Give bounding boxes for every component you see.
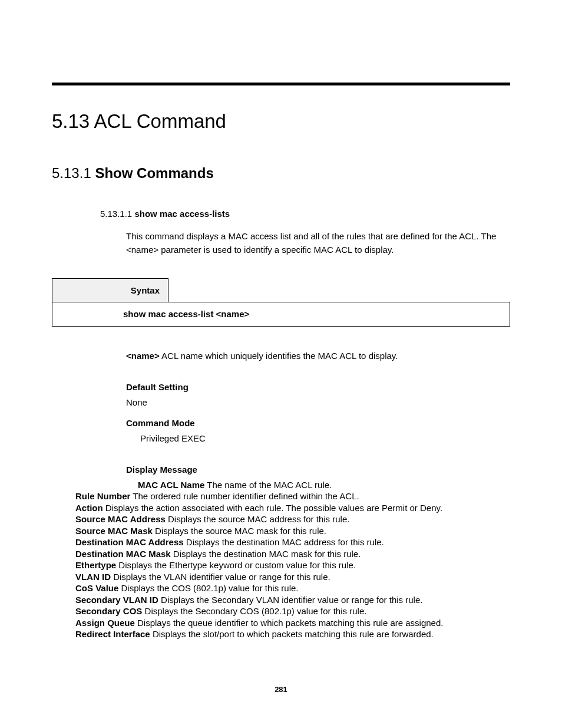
heading-command: 5.13.1.1 show mac access-lists: [100, 208, 510, 220]
command-mode-label: Command Mode: [126, 417, 510, 429]
msg-line: Redirect Interface Displays the slot/por…: [75, 628, 510, 640]
heading-main: 5.13 ACL Command: [52, 109, 510, 134]
heading-section: 5.13.1 Show Commands: [52, 164, 510, 182]
msg-term: Destination MAC Address: [75, 537, 184, 547]
msg-text: Displays the source MAC address for this…: [166, 514, 350, 524]
command-description: This command displays a MAC access list …: [126, 230, 510, 256]
heading-section-text: Show Commands: [95, 165, 213, 181]
msg-text: The name of the MAC ACL rule.: [204, 480, 332, 490]
msg-term: Destination MAC Mask: [75, 549, 171, 559]
msg-text: Displays the slot/port to which packets …: [150, 629, 434, 639]
syntax-body-row: show mac access-list <name>: [52, 302, 510, 327]
syntax-table: Syntax show mac access-list <name>: [52, 278, 510, 327]
msg-term: Secondary COS: [75, 606, 142, 616]
msg-line: Source MAC Mask Displays the source MAC …: [75, 525, 510, 537]
msg-line: Destination MAC Address Displays the des…: [75, 536, 510, 548]
msg-term: Redirect Interface: [75, 629, 150, 639]
desc-line: <name> parameter is used to identify a s…: [126, 244, 510, 256]
msg-text: Displays the VLAN identifier value or ra…: [111, 572, 330, 582]
msg-term: Secondary VLAN ID: [75, 595, 158, 605]
heading-command-num: 5.13.1.1: [100, 209, 134, 219]
msg-term: Ethertype: [75, 560, 116, 570]
msg-line: VLAN ID Displays the VLAN identifier val…: [75, 571, 510, 583]
syntax-label-cell: Syntax: [52, 278, 168, 302]
msg-text: Displays the action associated with each…: [103, 503, 442, 513]
syntax-empty-cell: [168, 278, 510, 302]
name-parameter: <name> ACL name which uniquely identifie…: [126, 350, 510, 362]
param-desc: ACL name which uniquely identifies the M…: [160, 351, 398, 361]
msg-line: Secondary COS Displays the Secondary COS…: [75, 605, 510, 617]
heading-section-num: 5.13.1: [52, 165, 95, 181]
default-setting-value: None: [126, 397, 510, 409]
msg-term: MAC ACL Name: [138, 480, 204, 490]
msg-text: Displays the destination MAC address for…: [184, 537, 384, 547]
msg-line: Source MAC Address Displays the source M…: [75, 513, 510, 525]
msg-text: The ordered rule number identifier defin…: [130, 491, 359, 501]
horizontal-rule: [52, 83, 510, 85]
msg-term: Source MAC Address: [75, 514, 166, 524]
msg-line: Assign Queue Displays the queue identifi…: [75, 617, 510, 629]
msg-text: Displays the destination MAC mask for th…: [171, 549, 361, 559]
msg-text: Displays the source MAC mask for this ru…: [153, 526, 326, 536]
msg-term: CoS Value: [75, 583, 118, 593]
msg-term: Assign Queue: [75, 618, 135, 628]
command-mode-value: Privileged EXEC: [140, 433, 510, 444]
msg-term: Rule Number: [75, 491, 130, 501]
display-message-label: Display Message: [126, 464, 510, 476]
msg-text: Displays the Secondary VLAN identifier v…: [158, 595, 423, 605]
msg-line: Destination MAC Mask Displays the destin…: [75, 548, 510, 560]
msg-line: MAC ACL Name The name of the MAC ACL rul…: [138, 479, 510, 491]
msg-text: Displays the queue identifier to which p…: [135, 618, 444, 628]
param-name: <name>: [126, 351, 160, 361]
page: 5.13 ACL Command 5.13.1 Show Commands 5.…: [0, 0, 562, 728]
msg-text: Displays the COS (802.1p) value for this…: [118, 583, 298, 593]
default-setting-label: Default Setting: [126, 381, 510, 393]
desc-line: This command displays a MAC access list …: [126, 230, 510, 242]
msg-line: CoS Value Displays the COS (802.1p) valu…: [75, 582, 510, 594]
msg-line: Ethertype Displays the Ethertype keyword…: [75, 559, 510, 571]
msg-line: Action Displays the action associated wi…: [75, 502, 510, 514]
msg-text: Displays the Ethertype keyword or custom…: [116, 560, 356, 570]
syntax-body-cell: show mac access-list <name>: [52, 302, 510, 327]
heading-command-text: show mac access-lists: [134, 209, 230, 219]
msg-line: Rule Number The ordered rule number iden…: [75, 490, 510, 502]
msg-term: VLAN ID: [75, 572, 111, 582]
msg-line: Secondary VLAN ID Displays the Secondary…: [75, 594, 510, 606]
msg-term: Action: [75, 503, 103, 513]
display-message-block: MAC ACL Name The name of the MAC ACL rul…: [75, 479, 510, 640]
page-number: 281: [0, 685, 562, 695]
syntax-header-row: Syntax: [52, 278, 510, 302]
msg-text: Displays the Secondary COS (802.1p) valu…: [142, 606, 366, 616]
msg-term: Source MAC Mask: [75, 526, 153, 536]
